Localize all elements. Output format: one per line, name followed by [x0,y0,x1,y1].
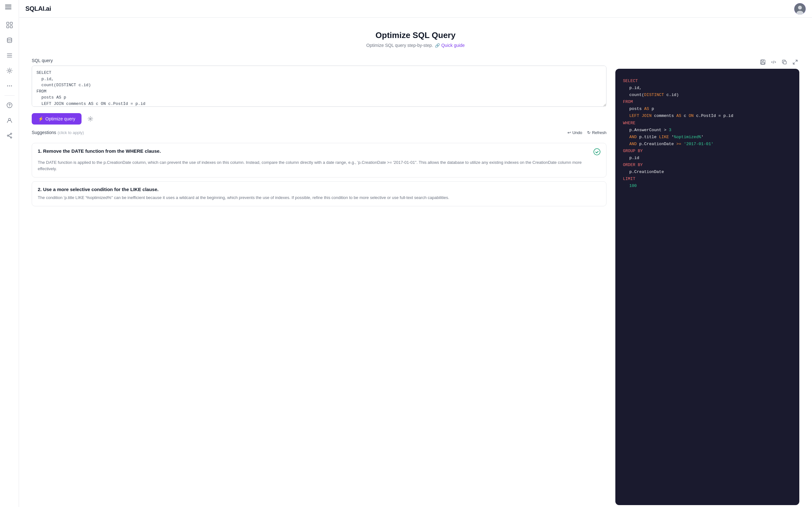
sidebar-item-more[interactable] [3,79,16,93]
code-line-1: SELECT [623,78,792,84]
suggestion-card-2[interactable]: 2. Use a more selective condition for th… [32,181,606,206]
content-area: Optimize SQL Query Optimize SQL query st… [19,18,812,507]
suggestions-subtitle: (click to apply) [58,130,84,135]
code-expand-button[interactable] [791,58,799,66]
avatar-image [794,3,806,14]
code-line-11: GROUP BY [623,148,792,155]
svg-point-12 [7,86,8,87]
panels: SQL query SELECT p.id, count(DISTINCT c.… [32,58,799,494]
code-line-10: AND p.CreationDate >= '2017-01-01' [623,141,792,148]
svg-point-18 [10,133,12,134]
code-line-12: p.id [623,155,792,162]
top-bar-right [794,3,806,14]
sql-textarea[interactable]: SELECT p.id, count(DISTINCT c.id) FROM p… [32,66,606,107]
suggestion-1-number: 1. [38,148,43,154]
suggestions-title-area: Suggestions (click to apply) [32,130,84,135]
query-settings-button[interactable] [85,113,96,124]
sidebar-item-grid[interactable] [3,18,16,32]
hamburger-menu[interactable] [0,4,19,12]
svg-rect-3 [7,22,9,24]
svg-point-7 [7,38,12,40]
sidebar-item-database[interactable] [3,33,16,47]
suggestions-header: Suggestions (click to apply) ↩ Undo ↻ Re… [32,130,606,135]
code-line-5: posts AS p [623,106,792,112]
svg-rect-4 [10,22,12,24]
suggestion-card-1-header: 1. Remove the DATE function from the WHE… [38,148,600,157]
svg-point-20 [7,135,9,136]
sql-textarea-wrapper: SELECT p.id, count(DISTINCT c.id) FROM p… [32,66,606,108]
top-bar: SQLAI.ai [19,0,812,18]
refresh-icon: ↻ [587,130,591,135]
code-line-13: ORDER BY [623,162,792,169]
sidebar-item-help[interactable] [3,98,16,112]
code-line-2: p.id, [623,84,792,92]
quick-guide-link[interactable]: 🔗 Quick guide [435,43,465,48]
quick-guide-label: Quick guide [441,43,465,48]
sidebar-item-settings[interactable] [3,64,16,78]
code-save-button[interactable] [759,58,767,66]
page-subtitle: Optimize SQL query step-by-step. 🔗 Quick… [32,43,799,48]
svg-point-14 [11,86,12,87]
page-title: Optimize SQL Query [32,31,799,40]
svg-rect-9 [7,55,12,56]
query-actions: ⚡ Optimize query [32,113,606,124]
svg-point-22 [798,6,802,9]
undo-button[interactable]: ↩ Undo [567,130,582,135]
suggestion-card-2-body: The condition 'p.title LIKE '%optimized%… [38,194,600,201]
code-line-16: 100 [623,182,792,189]
sidebar-top-icons [0,18,19,93]
svg-rect-29 [783,61,786,64]
code-line-7: WHERE [623,120,792,127]
code-copy-button[interactable] [780,58,789,66]
code-panel-top-toolbar [615,58,799,66]
suggestion-card-1-title: 1. Remove the DATE function from the WHE… [38,148,594,154]
svg-rect-27 [762,60,763,61]
suggestion-1-text: Remove the DATE function from the WHERE … [43,148,161,154]
optimize-label: Optimize query [45,116,75,121]
suggestion-card-1-body: The DATE function is applied to the p.Cr… [38,159,600,172]
suggestion-card-2-title: 2. Use a more selective condition for th… [38,187,600,192]
svg-point-11 [9,70,10,72]
code-line-9: AND p.title LIKE '%optimized%' [623,134,792,141]
svg-point-24 [90,118,91,120]
sidebar-divider-1 [4,95,14,96]
code-line-8: p.AnswerCount > 3 [623,127,792,134]
code-line-6: LEFT JOIN comments AS c ON c.PostId = p.… [623,112,792,119]
undo-icon: ↩ [567,130,571,135]
avatar[interactable] [794,3,806,14]
sidebar-item-user[interactable] [3,113,16,127]
subtitle-text: Optimize SQL query step-by-step. [366,43,433,48]
suggestions-actions: ↩ Undo ↻ Refresh [567,130,606,135]
suggestion-card-2-header: 2. Use a more selective condition for th… [38,187,600,192]
code-content: SELECT p.id, count(DISTINCT c.id) FROM p… [615,69,799,505]
code-view-button[interactable] [769,58,778,66]
sidebar [0,0,19,507]
svg-rect-28 [761,62,764,64]
svg-rect-0 [5,5,11,5]
sidebar-bottom-icons [0,98,19,143]
main-wrapper: SQLAI.ai Optimize SQL Query Optimize SQL… [19,0,812,507]
code-line-14: p.CreationDate [623,169,792,176]
page-title-section: Optimize SQL Query Optimize SQL query st… [32,31,799,48]
refresh-label: Refresh [592,130,606,135]
suggestion-card-1[interactable]: 1. Remove the DATE function from the WHE… [32,143,606,177]
sidebar-item-share[interactable] [3,129,16,143]
suggestions-title: Suggestions [32,130,56,135]
app-logo: SQLAI.ai [26,5,51,12]
suggestion-2-text: Use a more selective condition for the L… [43,187,159,192]
left-panel: SQL query SELECT p.id, count(DISTINCT c.… [32,58,606,494]
suggestion-cards: 1. Remove the DATE function from the WHE… [32,143,606,210]
bolt-icon: ⚡ [38,116,44,121]
svg-point-25 [594,149,600,155]
menu-icon[interactable] [5,4,11,12]
svg-rect-5 [7,26,9,28]
link-icon: 🔗 [435,43,440,48]
sidebar-item-list[interactable] [3,49,16,62]
sql-query-section: SQL query SELECT p.id, count(DISTINCT c.… [32,58,606,108]
refresh-button[interactable]: ↻ Refresh [587,130,606,135]
code-line-4: FROM [623,99,792,106]
optimize-button[interactable]: ⚡ Optimize query [32,113,82,124]
suggestion-2-number: 2. [38,187,43,192]
check-icon [594,148,600,157]
code-line-3: count(DISTINCT c.id) [623,92,792,99]
